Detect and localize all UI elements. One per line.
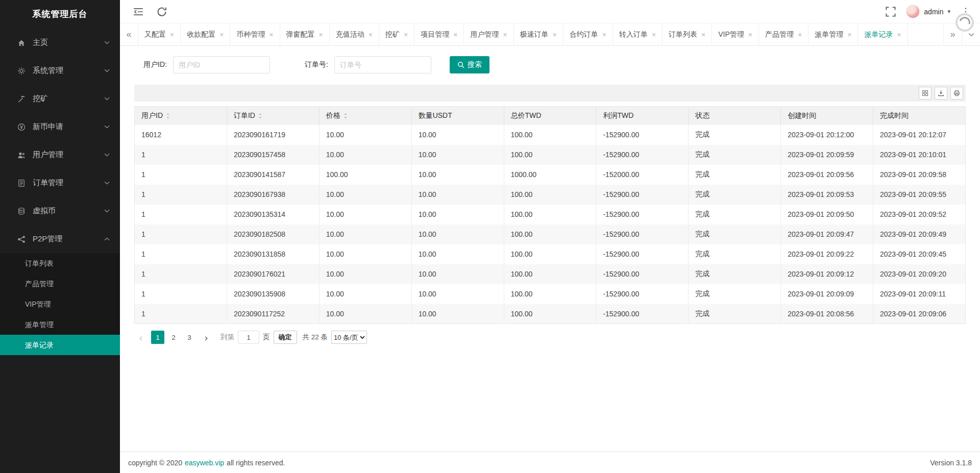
site-link[interactable]: easyweb.vip xyxy=(185,459,224,467)
theme-settings-button[interactable] xyxy=(955,13,974,32)
table-row[interactable]: 1202309011725210.0010.00100.00-152900.00… xyxy=(135,304,966,324)
sort-icon[interactable] xyxy=(344,113,348,119)
table-row[interactable]: 1202309016793810.0010.00100.00-152900.00… xyxy=(135,185,966,205)
column-header: 完成时间 xyxy=(873,107,966,125)
tab-label: 又配置 xyxy=(144,30,166,39)
sidebar-subitem[interactable]: 订单列表 xyxy=(0,253,120,273)
tab[interactable]: 充值活动× xyxy=(330,23,379,45)
fullscreen-icon[interactable] xyxy=(886,7,896,17)
close-icon[interactable]: × xyxy=(897,31,901,38)
close-icon[interactable]: × xyxy=(847,31,851,38)
prev-page-button[interactable]: ‹ xyxy=(134,331,148,344)
page-size-select[interactable]: 10 条/页 xyxy=(331,331,367,344)
sort-icon[interactable] xyxy=(166,113,170,119)
user-id-input[interactable] xyxy=(173,56,270,73)
order-no-input[interactable] xyxy=(334,56,431,73)
close-icon[interactable]: × xyxy=(404,31,408,38)
table-row[interactable]: 1202309013185810.0010.00100.00-152900.00… xyxy=(135,244,966,264)
page-number-button[interactable]: 2 xyxy=(167,331,180,344)
page-number-button[interactable]: 1 xyxy=(151,331,164,344)
table-cell: 10.00 xyxy=(319,244,411,264)
tab[interactable]: 用户管理× xyxy=(464,23,513,45)
print-button[interactable] xyxy=(950,87,963,99)
close-icon[interactable]: × xyxy=(170,31,174,38)
total-count-label: 共 22 条 xyxy=(303,333,328,342)
table-row[interactable]: 1202309015745810.0010.00100.00-152900.00… xyxy=(135,145,966,165)
column-header[interactable]: 价格 xyxy=(319,107,411,125)
sort-icon[interactable] xyxy=(258,113,262,119)
chevron-down-icon xyxy=(104,97,110,101)
sidebar-item[interactable]: 虚拟币 xyxy=(0,197,120,225)
table-row[interactable]: 1202309013590810.0010.00100.00-152900.00… xyxy=(135,284,966,304)
table-cell: 2023-09-01 20:09:50 xyxy=(781,205,873,225)
table-row[interactable]: 1202309018250810.0010.00100.00-152900.00… xyxy=(135,225,966,244)
tab-label: 合约订单 xyxy=(570,30,598,39)
sidebar-item[interactable]: 用户管理 xyxy=(0,141,120,169)
tab-label: 极速订单 xyxy=(520,30,549,39)
sidebar-item[interactable]: P2P管理 xyxy=(0,225,120,253)
close-icon[interactable]: × xyxy=(652,31,656,38)
user-menu[interactable]: admin ▾ xyxy=(906,5,950,18)
sidebar-item[interactable]: 系统管理 xyxy=(0,57,120,85)
sidebar-item-label: 虚拟币 xyxy=(33,206,104,216)
close-icon[interactable]: × xyxy=(369,31,373,38)
tab[interactable]: 产品管理× xyxy=(759,23,808,45)
tab[interactable]: 合约订单× xyxy=(564,23,613,45)
table-row[interactable]: 16012202309016171910.0010.00100.00-15290… xyxy=(135,125,966,145)
table-cell: 1 xyxy=(135,205,227,225)
close-icon[interactable]: × xyxy=(701,31,705,38)
tab[interactable]: 挖矿× xyxy=(379,23,414,45)
sidebar-subitem[interactable]: 派单记录 xyxy=(0,335,120,355)
page-number-button[interactable]: 3 xyxy=(183,331,196,344)
close-icon[interactable]: × xyxy=(798,31,802,38)
tab[interactable]: 币种管理× xyxy=(230,23,280,45)
tab[interactable]: 订单列表× xyxy=(663,23,712,45)
close-icon[interactable]: × xyxy=(602,31,606,38)
close-icon[interactable]: × xyxy=(503,31,507,38)
tab[interactable]: VIP管理× xyxy=(712,23,759,45)
collapse-sidebar-icon[interactable] xyxy=(133,7,143,17)
export-button[interactable] xyxy=(935,87,947,99)
tab-label: 弹窗配置 xyxy=(286,30,315,39)
tab[interactable]: 又配置× xyxy=(138,23,181,45)
sidebar-subitem[interactable]: VIP管理 xyxy=(0,294,120,314)
close-icon[interactable]: × xyxy=(748,31,752,38)
sidebar-item[interactable]: 新币申请 xyxy=(0,113,120,141)
close-icon[interactable]: × xyxy=(219,31,224,38)
pagination: ‹ 123 › 到第 页 确定 共 22 条 10 条/页 xyxy=(134,331,966,344)
table-cell: 完成 xyxy=(689,225,781,244)
goto-page-input[interactable] xyxy=(238,331,259,344)
table-row[interactable]: 1202309013531410.0010.00100.00-152900.00… xyxy=(135,205,966,225)
close-icon[interactable]: × xyxy=(453,31,457,38)
sidebar-item-label: 主页 xyxy=(33,38,104,47)
tabs-scroll-left-button[interactable]: « xyxy=(120,23,138,45)
sidebar-item[interactable]: 主页 xyxy=(0,29,120,57)
tab[interactable]: 项目管理× xyxy=(414,23,464,45)
table-cell: 2023-09-01 20:12:00 xyxy=(781,125,873,145)
columns-toggle-button[interactable] xyxy=(919,87,932,99)
tab[interactable]: 弹窗配置× xyxy=(280,23,330,45)
next-page-button[interactable]: › xyxy=(200,331,213,344)
close-icon[interactable]: × xyxy=(553,31,557,38)
close-icon[interactable]: × xyxy=(319,31,323,38)
table-cell: 10.00 xyxy=(411,304,504,324)
tab[interactable]: 转入订单× xyxy=(613,23,663,45)
tab[interactable]: 极速订单× xyxy=(514,23,564,45)
table-row[interactable]: 12023090141587100.0010.001000.00-152000.… xyxy=(135,165,966,185)
new-coin-icon xyxy=(17,123,26,131)
sidebar-item[interactable]: 订单管理 xyxy=(0,169,120,197)
close-icon[interactable]: × xyxy=(269,31,273,38)
tab[interactable]: 收款配置× xyxy=(181,23,230,45)
sidebar-subitem[interactable]: 产品管理 xyxy=(0,273,120,294)
search-button[interactable]: 搜索 xyxy=(450,56,489,73)
tab[interactable]: 派单记录× xyxy=(858,23,908,45)
table-cell: 1 xyxy=(135,145,227,165)
table-row[interactable]: 1202309017602110.0010.00100.00-152900.00… xyxy=(135,264,966,284)
refresh-icon[interactable] xyxy=(157,7,167,17)
sidebar-item[interactable]: 挖矿 xyxy=(0,85,120,113)
column-header[interactable]: 用户ID xyxy=(135,107,227,125)
sidebar-subitem[interactable]: 派单管理 xyxy=(0,314,120,335)
column-header[interactable]: 订单ID xyxy=(227,107,319,125)
tab[interactable]: 派单管理× xyxy=(808,23,858,45)
goto-confirm-button[interactable]: 确定 xyxy=(274,331,297,344)
